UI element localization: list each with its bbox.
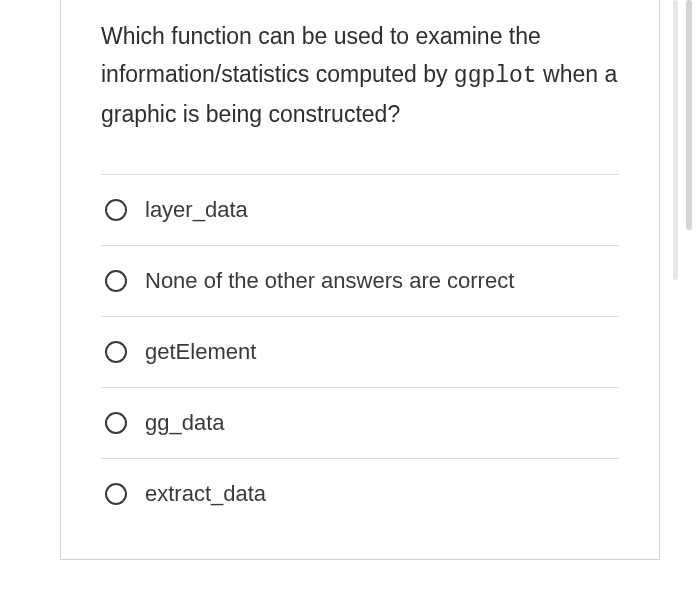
option-row[interactable]: None of the other answers are correct — [101, 245, 619, 316]
option-row[interactable]: getElement — [101, 316, 619, 387]
radio-icon — [105, 412, 127, 434]
radio-icon — [105, 199, 127, 221]
question-card: Which function can be used to examine th… — [60, 0, 660, 560]
radio-icon — [105, 341, 127, 363]
option-label: layer_data — [145, 197, 248, 223]
options-list: layer_data None of the other answers are… — [101, 174, 619, 529]
question-text: Which function can be used to examine th… — [101, 18, 619, 134]
option-label: extract_data — [145, 481, 266, 507]
option-label: gg_data — [145, 410, 225, 436]
radio-icon — [105, 270, 127, 292]
radio-icon — [105, 483, 127, 505]
scrollbar[interactable] — [673, 0, 678, 280]
scrollbar[interactable] — [686, 0, 692, 230]
option-row[interactable]: extract_data — [101, 458, 619, 529]
option-label: None of the other answers are correct — [145, 268, 514, 294]
option-label: getElement — [145, 339, 256, 365]
option-row[interactable]: layer_data — [101, 174, 619, 245]
question-code-term: ggplot — [454, 63, 537, 89]
option-row[interactable]: gg_data — [101, 387, 619, 458]
